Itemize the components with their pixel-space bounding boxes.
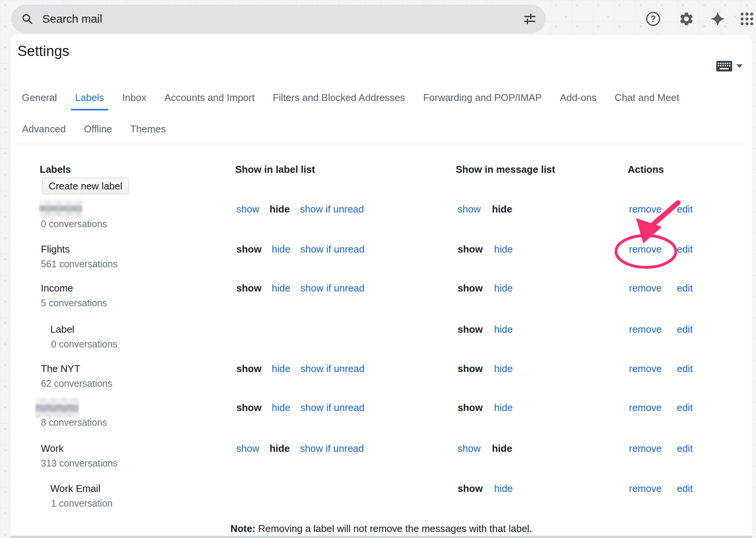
tab-themes[interactable]: Themes [126,123,170,142]
google-apps-button[interactable] [738,10,756,28]
redacted-label-5-label-list-show[interactable]: show [236,401,261,414]
work-message-list-show[interactable]: show [458,442,481,455]
tab-filters-and-blocked-addresses[interactable]: Filters and Blocked Addresses [269,91,409,110]
search-input[interactable] [42,12,524,25]
tab-advanced[interactable]: Advanced [18,123,70,142]
flights-conversation-count: 561 conversations [41,258,118,270]
settings-tabs-row1: GeneralLabelsInboxAccounts and ImportFil… [18,91,683,110]
label-row-the-nyt: The NYT62 conversationsshowhideshow if u… [0,362,756,392]
work-email-action-edit[interactable]: edit [677,482,693,495]
flights-action-remove[interactable]: remove [629,242,662,256]
income-message-list-hide[interactable]: hide [494,281,512,295]
search-bar[interactable] [11,5,546,33]
redacted-label-0-label-list-show[interactable]: show [236,202,259,216]
note-text: Note: Removing a label will not remove t… [11,522,752,535]
redacted-label-0-action-edit[interactable]: edit [677,202,693,216]
work-label-list-show-if-unread[interactable]: show if unread [300,442,364,455]
work-message-list-hide[interactable]: hide [492,442,512,455]
the-nyt-action-remove[interactable]: remove [629,362,662,375]
flights-message-list-show[interactable]: show [458,242,483,256]
redacted-label-5-action-remove[interactable]: remove [629,401,662,414]
the-nyt-message-list-show[interactable]: show [458,362,483,375]
note-prefix: Note: [230,523,255,534]
column-header-actions: Actions [628,163,664,175]
the-nyt-conversation-count: 62 conversations [41,378,112,389]
input-tools-selector[interactable] [716,60,745,73]
work-email-message-list-hide[interactable]: hide [494,482,512,495]
column-header-message-list: Show in message list [456,163,555,175]
tab-add-ons[interactable]: Add-ons [556,91,601,110]
tab-chat-and-meet[interactable]: Chat and Meet [610,91,683,110]
redacted-label-5-message-list-hide[interactable]: hide [494,401,512,414]
redacted-label-5-message-list-show[interactable]: show [458,401,483,414]
redacted-label-0-redacted-name [39,200,82,217]
income-action-remove[interactable]: remove [629,281,662,295]
work-action-remove[interactable]: remove [629,442,662,455]
label-row-income: Income5 conversationsshowhideshow if unr… [0,281,756,312]
work-label-list-show[interactable]: show [236,442,259,455]
redacted-label-0-conversation-count: 0 conversations [41,218,107,229]
work-label-name: Work [41,442,64,455]
work-email-action-remove[interactable]: remove [629,482,662,495]
tab-forwarding-and-pop-imap[interactable]: Forwarding and POP/IMAP [419,91,546,110]
gemini-button[interactable] [709,10,727,28]
flights-label-name: Flights [41,242,70,256]
income-conversation-count: 5 conversations [41,297,107,309]
label-row-work-email: Work Email1 conversationshowhideremoveed… [0,482,756,512]
keyboard-icon [716,60,733,72]
redacted-label-0-message-list-show[interactable]: show [458,202,481,216]
label-action-edit[interactable]: edit [677,322,693,336]
settings-tabs-row2: AdvancedOfflineThemes [18,123,170,142]
note-body: Removing a label will not remove the mes… [256,523,532,534]
tab-labels[interactable]: Labels [71,91,109,110]
tab-inbox[interactable]: Inbox [118,91,151,110]
income-message-list-show[interactable]: show [458,281,483,295]
the-nyt-label-list-show-if-unread[interactable]: show if unread [301,362,365,375]
redacted-label-5-label-list-hide[interactable]: hide [272,401,290,414]
redacted-label-0-action-remove[interactable]: remove [629,202,662,216]
the-nyt-message-list-hide[interactable]: hide [494,362,512,375]
create-new-label-button[interactable]: Create new label [42,178,129,194]
search-icon[interactable] [21,13,33,25]
redacted-label-0-label-list-hide[interactable]: hide [270,202,290,216]
help-icon: ? [645,11,661,27]
label-row-work: Work313 conversationsshowhideshow if unr… [0,442,756,472]
tab-accounts-and-import[interactable]: Accounts and Import [160,91,259,110]
label-message-list-hide[interactable]: hide [494,322,512,336]
work-label-list-hide[interactable]: hide [270,442,290,455]
redacted-label-0-message-list-hide[interactable]: hide [492,202,512,216]
label-message-list-show[interactable]: show [458,322,483,336]
the-nyt-label-list-show[interactable]: show [236,362,261,375]
income-label-list-show[interactable]: show [236,281,261,295]
sparkle-icon [710,11,726,27]
flights-message-list-hide[interactable]: hide [494,242,512,256]
settings-button[interactable] [677,10,695,28]
tab-general[interactable]: General [18,91,61,110]
label-label-name: Label [50,322,75,336]
chevron-down-icon [736,64,743,68]
income-label-list-hide[interactable]: hide [272,281,290,295]
help-button[interactable]: ? [644,10,662,28]
tune-icon[interactable] [524,13,536,25]
gmail-settings-labels-page: { "colors": { "tab_active_blue": "#1a73e… [0,0,756,538]
income-label-list-show-if-unread[interactable]: show if unread [301,281,365,295]
flights-action-edit[interactable]: edit [677,242,693,256]
redacted-label-0-label-list-show-if-unread[interactable]: show if unread [300,202,364,216]
the-nyt-label-list-hide[interactable]: hide [272,362,290,375]
work-email-message-list-show[interactable]: show [458,482,483,495]
work-action-edit[interactable]: edit [677,442,693,455]
flights-label-list-show-if-unread[interactable]: show if unread [301,242,365,256]
bottom-section-edge [11,536,752,538]
work-email-label-name: Work Email [50,482,100,495]
label-action-remove[interactable]: remove [629,322,662,336]
redacted-label-5-label-list-show-if-unread[interactable]: show if unread [301,401,365,414]
tabs-divider [17,144,744,144]
income-label-name: Income [41,281,73,295]
the-nyt-action-edit[interactable]: edit [677,362,693,375]
flights-label-list-hide[interactable]: hide [272,242,290,256]
tab-offline[interactable]: Offline [80,123,116,142]
income-action-edit[interactable]: edit [677,281,693,295]
redacted-label-5-action-edit[interactable]: edit [677,401,693,414]
label-conversation-count: 0 conversations [51,338,117,350]
flights-label-list-show[interactable]: show [236,242,261,256]
